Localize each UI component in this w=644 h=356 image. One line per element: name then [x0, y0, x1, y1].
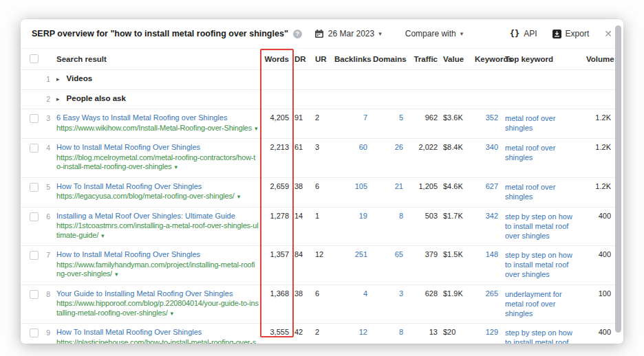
domains-link[interactable]: 21	[372, 177, 407, 207]
dr-value: 42	[293, 324, 314, 344]
result-title-link[interactable]: 6 Easy Ways to Install Metal Roofing ove…	[56, 113, 259, 123]
top-keyword-link[interactable]: step by step on how to install metal roo…	[502, 324, 585, 344]
col-search-result[interactable]: Search result	[55, 49, 261, 70]
keywords-link[interactable]: 265	[473, 285, 502, 324]
close-icon[interactable]: ✕	[604, 28, 612, 39]
traffic-value: 962	[407, 109, 442, 139]
col-keywords[interactable]: Keywords	[473, 49, 502, 70]
date-selector[interactable]: 26 Mar 2023 ▾	[314, 29, 382, 38]
col-domains[interactable]: Domains	[372, 49, 407, 70]
top-keyword-link[interactable]: step by step on how to install metal roo…	[502, 207, 585, 246]
col-value[interactable]: Value	[442, 49, 473, 70]
domains-link[interactable]: 65	[372, 246, 407, 285]
domains-link[interactable]: 8	[372, 207, 407, 246]
result-title-link[interactable]: Installing a Metal Roof Over Shingles: U…	[56, 212, 259, 221]
domains-link[interactable]: 3	[372, 285, 407, 324]
select-all-checkbox[interactable]	[30, 54, 39, 63]
export-button[interactable]: Export	[552, 29, 590, 38]
result-url-link[interactable]: https://blog.mcelroymetal.com/metal-roof…	[56, 153, 255, 171]
top-keyword-link[interactable]: metal roof over shingles	[502, 177, 585, 207]
date-label: 26 Mar 2023	[328, 29, 374, 38]
vertical-scrollbar[interactable]	[615, 25, 621, 333]
result-url-link[interactable]: https://www.familyhandyman.com/project/i…	[56, 260, 255, 278]
row-checkbox[interactable]	[30, 183, 39, 192]
result-title-link[interactable]: How to Install Metal Roofing Over Shingl…	[56, 250, 259, 260]
panel-title: SERP overview for "how to install metal …	[32, 29, 288, 38]
result-title-link[interactable]: How To Install Metal Roofing Over Shingl…	[56, 182, 259, 192]
dr-value: 84	[293, 246, 314, 285]
col-backlinks[interactable]: Backlinks	[333, 49, 372, 70]
result-title-link[interactable]: Your Guide to Installing Metal Roofing O…	[56, 289, 259, 299]
keywords-link[interactable]: 352	[473, 109, 502, 139]
backlinks-link[interactable]: 251	[333, 246, 372, 285]
keywords-link[interactable]: 129	[473, 324, 502, 344]
keywords-link[interactable]: 627	[473, 177, 502, 207]
domains-link[interactable]: 26	[372, 139, 407, 178]
serp-overview-panel: SERP overview for "how to install metal …	[21, 19, 623, 344]
row-checkbox[interactable]	[30, 114, 39, 123]
keywords-link[interactable]: 340	[473, 139, 502, 178]
table-row: 5 How To Install Metal Roofing Over Shin…	[21, 177, 615, 207]
keywords-link[interactable]: 148	[473, 246, 502, 285]
serp-feature-label: Videos	[67, 74, 93, 82]
row-checkbox[interactable]	[30, 290, 39, 299]
row-checkbox[interactable]	[30, 251, 39, 260]
compare-with-label: Compare with	[405, 29, 456, 38]
table-row: 9 How To Install Metal Roofing Over Shin…	[21, 324, 615, 344]
keywords-link[interactable]: 342	[473, 207, 502, 246]
result-url-link[interactable]: https://1stcoastmrs.com/installing-a-met…	[56, 221, 258, 239]
compare-with-button[interactable]: Compare with ▾	[405, 29, 464, 38]
backlinks-link[interactable]: 12	[333, 324, 372, 344]
api-button[interactable]: {} API	[510, 29, 537, 38]
volume-value: 400	[585, 246, 615, 285]
backlinks-link[interactable]: 60	[333, 139, 372, 178]
domains-link[interactable]: 8	[372, 324, 407, 344]
url-caret-icon[interactable]: ▾	[115, 271, 118, 278]
top-keyword-link[interactable]: underlayment for metal roof over shingle…	[502, 285, 585, 324]
result-title-link[interactable]: How To Install Metal Roofing Over Shingl…	[56, 328, 259, 337]
backlinks-link[interactable]: 19	[333, 207, 372, 246]
serp-feature-label: People also ask	[67, 94, 126, 102]
serp-feature-cell[interactable]: ▸ Videos	[55, 70, 615, 90]
row-number: 3	[39, 109, 55, 139]
result-url-link[interactable]: https://plasticinehouse.com/how-to-insta…	[56, 338, 256, 344]
result-url-link[interactable]: https://legacyusa.com/blog/metal-roofing…	[56, 192, 235, 200]
backlinks-link[interactable]: 4	[333, 285, 372, 324]
api-label: API	[524, 29, 537, 38]
ur-value: 2	[314, 324, 333, 344]
row-checkbox[interactable]	[30, 212, 39, 221]
ur-value: 12	[314, 246, 333, 285]
col-top-keyword[interactable]: Top keyword	[502, 49, 585, 70]
table-header-row: Search result Words DR UR Backlinks Doma…	[21, 49, 615, 70]
serp-feature-cell[interactable]: ▸ People also ask	[55, 89, 615, 109]
backlinks-link[interactable]: 105	[333, 177, 372, 207]
top-keyword-link[interactable]: step by step on how to install metal roo…	[502, 246, 585, 285]
ur-value: 2	[314, 109, 333, 139]
top-keyword-link[interactable]: metal roof over shingles	[502, 109, 585, 139]
col-dr[interactable]: DR	[293, 49, 314, 70]
url-caret-icon[interactable]: ▾	[237, 193, 241, 200]
search-result-cell: How To Install Metal Roofing Over Shingl…	[55, 177, 261, 207]
col-traffic[interactable]: Traffic	[407, 49, 442, 70]
top-keyword-link[interactable]: metal roof over shingles	[502, 139, 585, 178]
url-caret-icon[interactable]: ▾	[255, 125, 258, 132]
result-title-link[interactable]: How to Install Metal Roofing Over Shingl…	[56, 143, 259, 153]
result-url-link[interactable]: https://www.hipporoof.com/blog/p.2208040…	[56, 299, 259, 317]
col-words[interactable]: Words	[261, 49, 293, 70]
backlinks-link[interactable]: 7	[333, 109, 372, 139]
row-checkbox[interactable]	[30, 329, 39, 337]
row-number: 6	[39, 207, 55, 246]
url-caret-icon[interactable]: ▾	[171, 310, 174, 317]
url-caret-icon[interactable]: ▾	[174, 164, 178, 170]
row-number: 2	[39, 89, 55, 109]
col-ur[interactable]: UR	[314, 49, 333, 70]
words-value: 4,205	[261, 109, 293, 139]
row-checkbox[interactable]	[30, 144, 39, 153]
domains-link[interactable]: 5	[372, 109, 407, 139]
col-volume[interactable]: Volume	[585, 49, 615, 70]
url-caret-icon[interactable]: ▾	[101, 232, 105, 239]
serp-feature-row: 1 ▸ Videos	[21, 70, 615, 90]
help-icon[interactable]: ?	[293, 30, 302, 38]
select-all-checkbox-cell	[21, 49, 39, 70]
result-url-link[interactable]: https://www.wikihow.com/Install-Metal-Ro…	[56, 124, 252, 132]
